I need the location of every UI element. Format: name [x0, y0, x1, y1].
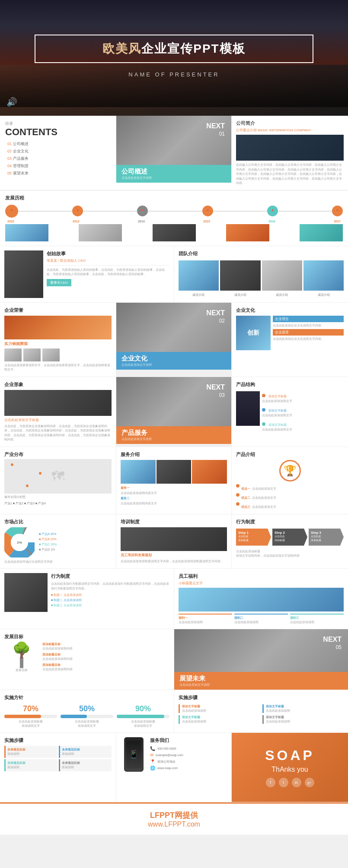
phone-mockup-container: 📱 — [121, 737, 147, 798]
market-comparison-panel: 市场占比 2% ■ 产品A 35% ■ 产品B 25% ■ 产品C 20% ■ … — [0, 514, 116, 569]
welfare-items: 福利一 点击此处添加说明 福利二 点击此处添加说明 福利三 点击此处添加说明 — [179, 614, 344, 624]
trophy-icon: 🏆 — [236, 460, 344, 482]
timeline-icon-6: 📍 — [332, 206, 343, 216]
next-03-bar: 产品服务 点击此处添加文字说明 — [116, 426, 231, 444]
industry-service-product-row: 产业分布 🗺 遍布全国分析图 产业1 ■ 产业2 ■ 产业3 ■ 产业4 服务介… — [0, 447, 348, 514]
market-legend: ■ 产品A 35% ■ 产品B 25% ■ 产品C 20% ■ 产品D 2% — [39, 532, 112, 553]
development-history: 发展历程 📍 📍 📍 📍 📍 📍 2010 2012 2014 2015 201… — [0, 190, 348, 246]
training-img — [121, 527, 227, 551]
impl-plan-steps-row: 实施方针 70% 点击此处添加标题添加说明文字 50% 点击此处添加标题添加说明… — [0, 690, 348, 733]
behavior-title: 行为制度 — [236, 519, 344, 525]
impl-steps-items: 添加文字标题 点击此处添加说明 添加文字标题 点击此处添加说明 添加文字标题 点… — [179, 704, 344, 724]
team-panel: 团队介绍 成员介绍 成员介绍 成员介绍 成员介绍 — [174, 246, 348, 302]
next-03-label: NEXT — [206, 383, 225, 391]
industry-dist-title: 产业分布 — [4, 451, 112, 458]
ent-image-text: 点击此处，为您添加企业形象说明内容，点击此处，为您添加企业形象说明内容，点击此处… — [4, 424, 112, 442]
company-intro-text: 在此输入公司简介文字内容，在此输入公司简介文字内容，在此输入公司简介文字内容，在… — [236, 163, 344, 186]
next-05-bar: 展望未来 点击此处添加文字说明 — [174, 672, 348, 690]
strength-title: 企业荣誉 — [4, 307, 112, 314]
enterprise-culture-panel: 企业文化 创新 企业理念 点击此处添加企业文化说明文字内容。 企业愿景 点击此处… — [232, 303, 348, 377]
market-chart-area: 2% ■ 产品A 35% ■ 产品B 25% ■ 产品C 20% ■ 产品D 2… — [4, 527, 112, 558]
industry-dist-subtitle: 遍布全国分析图 — [4, 495, 112, 499]
company-intro-panel: 公司简介 公司重点介绍 BASIC INFORMATION COMPANY 在此… — [232, 116, 348, 190]
product-intro-title: 产品介绍 — [236, 451, 344, 458]
contents-item-4: 04管理制度 — [5, 163, 111, 169]
behavior2-title: 行为制度 — [51, 573, 169, 580]
phone-mockup: 📱 — [124, 737, 144, 772]
market-pie-chart: 2% — [4, 527, 35, 558]
company-intro-img — [236, 135, 344, 161]
behavior-desc: 点击此处添加标题添加文字说明内容，点击此处添加文字说明内容 — [236, 549, 344, 558]
product-intro-items: 优点一 点击此处添加文字 优点二 点击此处添加文字 优点三 点击此处添加文字 — [236, 484, 344, 510]
training-title: 培训制度 — [121, 519, 227, 525]
dev-goal-title: 发展目标 — [4, 634, 169, 640]
timeline-icon-2: 📍 — [72, 206, 83, 216]
industry-dist-items: 产业1 ■ 产业2 ■ 产业3 ■ 产业4 — [4, 501, 112, 506]
service-photos — [121, 460, 227, 484]
speaker-icon[interactable]: 🔊 — [6, 97, 17, 107]
contents-panel: 目录 CONTENTS 01公司概述 02企业文化 03产品服务 04管理制度 … — [0, 116, 116, 190]
impl-plan-panel: 实施方针 70% 点击此处添加标题添加说明文字 50% 点击此处添加标题添加说明… — [0, 690, 174, 732]
employee-welfare-panel: 员工福利 小标题重点文字 福利一 点击此处添加说明 福利二 点击此处添加说明 福… — [174, 569, 348, 629]
contact-phone: 📞 400-000-0000 — [150, 746, 227, 751]
ent-image-subtitle: 点击此处添加文字标题 — [4, 418, 112, 422]
award-images — [4, 348, 112, 361]
service-items: 服务一 点击此处添加说明内容文字 服务二 点击此处添加说明内容文字 — [121, 486, 227, 506]
contents-item-5: 05展望未来 — [5, 171, 111, 176]
culture-img: 创新 — [236, 316, 271, 350]
market-text: 点击此处添加市场占比说明文字内容 — [4, 560, 112, 564]
contact-email: ✉ example@soap.com — [150, 753, 227, 757]
next-03-title: 产品服务 — [121, 429, 226, 437]
next-05-label: NEXT — [323, 636, 342, 643]
next-05-subtitle: 点击此处添加文字说明 — [179, 683, 343, 687]
culture-content: 创新 企业理念 点击此处添加企业文化说明文字内容。 企业愿景 点击此处添加企业文… — [236, 316, 344, 350]
timeline-line — [18, 211, 72, 212]
next-01-bar: 公司概述 点击此处添加文字说明 — [116, 165, 231, 183]
founder-badge: 董事长CEO — [47, 279, 71, 286]
social-icons: f t in g+ — [265, 778, 315, 787]
contents-item-2: 02企业文化 — [5, 149, 111, 154]
practice-items: 未来规划目标 添加说明 未来规划目标 添加说明 未来规划目标 添加说明 未来规划… — [4, 746, 112, 771]
welfare-title: 员工福利 — [179, 573, 344, 580]
next-05-number: 05 — [336, 644, 342, 650]
goal-items: 添加标题目标 点击此处添加说明内容 添加标题目标 点击此处添加说明内容 添加标题… — [42, 642, 169, 672]
next-01-slide: NEXT 01 公司概述 点击此处添加文字说明 — [116, 116, 232, 183]
svg-text:2%: 2% — [17, 541, 22, 545]
founder-text: 点击此处，为您讲述创始人背后的故事，点击此处，为您讲述创始人背后的故事，点击此处… — [47, 268, 169, 277]
culture-text1-title: 企业理念 — [273, 316, 344, 322]
enterprise-image-panel: 企业形象 点击此处添加文字标题 点击此处，为您添加企业形象说明内容，点击此处，为… — [0, 377, 116, 447]
social-icon-gplus: g+ — [305, 778, 314, 787]
product-intro-panel: 产品介绍 🏆 优点一 点击此处添加文字 优点二 点击此处添加文字 — [232, 447, 348, 514]
timeline-imgs — [5, 224, 343, 241]
strength-subtitle: 实力铸就辉煌 — [4, 341, 112, 347]
behavior-steps: Step 1 点击此处添加标题 Step 2 点击此处添加标题 Step 3 点… — [236, 529, 344, 546]
contents-item-1: 01公司概述 — [5, 141, 111, 147]
welfare-subtitle: 小标题重点文字 — [179, 581, 344, 586]
product-structure-title: 产品结构 — [236, 381, 344, 388]
step-1: Step 1 点击此处添加标题 — [236, 529, 271, 546]
dev-goal-panel: 发展目标 🌳 发展目标 添加标题目标 点击此处添加说明内容 添加标题目标 点击此… — [0, 629, 174, 690]
behavior2-welfare-row: 行为制度 点击此处添加行为制度说明文字内容，点击此处添加行为制度说明文字内容，点… — [0, 569, 348, 629]
dev-history-title: 发展历程 — [5, 195, 343, 201]
contents-list: 01公司概述 02企业文化 03产品服务 04管理制度 05展望未来 — [5, 141, 111, 176]
founder-title: 创始故事 — [47, 250, 169, 257]
team-title: 团队介绍 — [179, 250, 344, 257]
timeline-years: 2010 2012 2014 2015 2016 2017 — [5, 220, 343, 223]
next-03-number: 03 — [219, 392, 225, 398]
next-05-slide: NEXT 05 展望未来 点击此处添加文字说明 — [174, 629, 348, 690]
product-phone-img — [236, 391, 260, 426]
welfare-img — [179, 588, 344, 611]
next-02-number: 02 — [219, 318, 225, 324]
culture-text2: 点击此处添加企业文化说明文字内容。 — [273, 337, 344, 341]
founder-photo — [4, 250, 43, 298]
lfppt-footer: LFPPT网提供 www.LFPPT.com — [0, 802, 348, 835]
timeline-icon-3: 📍 — [137, 206, 148, 216]
next-01-label: NEXT — [206, 122, 225, 130]
lfppt-line1: LFPPT网提供 — [9, 810, 339, 820]
training-subtitle: 员工培训和发展规划 — [121, 553, 227, 558]
ent-image-photo — [4, 390, 112, 416]
next-01-number: 01 — [219, 131, 225, 137]
next-02-slide: NEXT 02 企业文化 点击此处添加文字说明 — [116, 303, 232, 370]
culture-title: 企业文化 — [236, 307, 344, 314]
behavior2-text: 点击此处添加行为制度说明文字内容，点击此处添加行为制度说明文字内容，点击此处添加… — [51, 582, 169, 591]
